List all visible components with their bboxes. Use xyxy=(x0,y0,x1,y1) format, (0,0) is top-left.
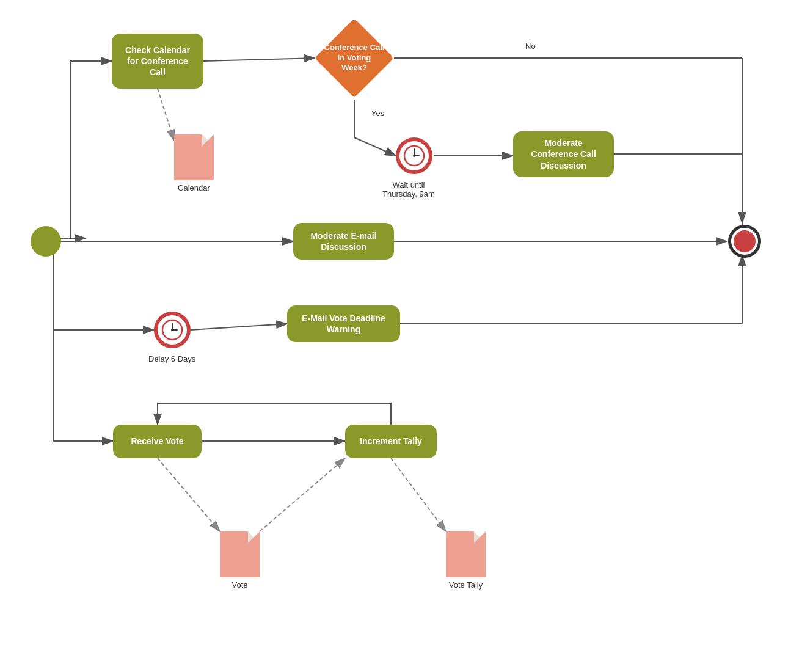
calendar-doc-node: Calendar xyxy=(174,134,214,192)
connections-svg xyxy=(0,0,802,672)
delay-6-days-label: Delay 6 Days xyxy=(148,354,195,363)
no-label: No xyxy=(525,42,536,51)
svg-line-26 xyxy=(391,458,446,531)
moderate-email-node: Moderate E-mailDiscussion xyxy=(293,223,394,260)
vote-tally-label: Vote Tally xyxy=(449,580,483,590)
yes-label: Yes xyxy=(371,109,384,118)
start-node xyxy=(31,226,61,257)
svg-point-30 xyxy=(413,155,415,157)
increment-tally-node: Increment Tally xyxy=(345,425,437,458)
wait-thursday-node xyxy=(396,137,432,174)
delay-6-days-node xyxy=(154,312,191,348)
moderate-conference-label: ModerateConference CallDiscussion xyxy=(513,131,614,177)
email-vote-deadline-node: E-Mail Vote DeadlineWarning xyxy=(287,305,400,342)
conference-call-decision-node: Conference Callin VotingWeek? xyxy=(315,18,394,98)
receive-vote-label: Receive Vote xyxy=(113,425,202,458)
moderate-email-label: Moderate E-mailDiscussion xyxy=(293,223,394,260)
start-circle xyxy=(31,226,61,257)
svg-point-34 xyxy=(171,329,173,331)
check-calendar-label: Check Calendar for Conference Call xyxy=(112,34,203,89)
svg-line-23 xyxy=(158,89,174,141)
svg-line-25 xyxy=(260,458,345,531)
svg-line-24 xyxy=(158,458,220,531)
check-calendar-node: Check Calendar for Conference Call xyxy=(112,34,203,89)
conference-call-label: Conference Callin VotingWeek? xyxy=(315,18,394,98)
flowchart-diagram: Check Calendar for Conference Call Confe… xyxy=(0,0,802,672)
calendar-label: Calendar xyxy=(178,183,210,192)
svg-line-5 xyxy=(203,58,315,61)
increment-tally-label: Increment Tally xyxy=(345,425,437,458)
receive-vote-node: Receive Vote xyxy=(113,425,202,458)
vote-tally-doc-node: Vote Tally xyxy=(446,531,486,590)
svg-line-7 xyxy=(354,137,396,156)
email-vote-deadline-label: E-Mail Vote DeadlineWarning xyxy=(287,305,400,342)
moderate-conference-node: ModerateConference CallDiscussion xyxy=(513,131,614,177)
wait-thursday-label: Wait untilThursday, 9am xyxy=(381,180,436,199)
vote-label: Vote xyxy=(231,580,247,590)
svg-line-17 xyxy=(191,324,287,330)
end-node xyxy=(728,225,761,258)
vote-doc-node: Vote xyxy=(220,531,260,590)
